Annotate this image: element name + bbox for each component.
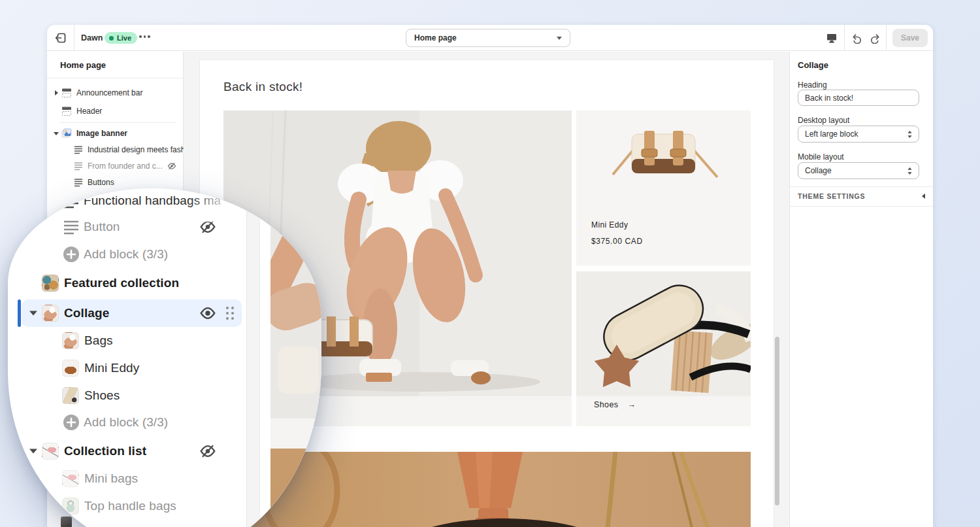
collapse-left-icon xyxy=(922,194,925,199)
save-button[interactable]: Save xyxy=(892,29,928,47)
sidebar-item-label: Buttons xyxy=(88,178,114,187)
text-block-icon xyxy=(74,178,83,187)
product-card-mini-eddy[interactable]: Mini Eddy $375.00 CAD xyxy=(576,110,751,265)
redo-button[interactable] xyxy=(869,32,881,44)
sidebar-block-industrial-design[interactable]: Industrial design meets fashi... xyxy=(47,141,183,158)
tree-section-collection-list[interactable]: Collection list xyxy=(8,437,246,465)
sidebar-item-label: Image banner xyxy=(76,129,127,138)
text-block-icon xyxy=(63,218,80,235)
preview-scrollbar[interactable] xyxy=(775,337,779,505)
sidebar-block-from-founder[interactable]: From founder and c... xyxy=(47,158,183,175)
theme-settings-toggle[interactable]: THEME SETTINGS xyxy=(798,186,925,206)
settings-panel: Collage Heading Desktop layout Left larg… xyxy=(789,52,933,527)
next-section-image[interactable] xyxy=(223,452,751,527)
lamp-photo xyxy=(223,452,751,527)
shoes-photo xyxy=(576,271,751,396)
live-badge-label: Live xyxy=(117,34,131,42)
tree-item-button[interactable]: Button xyxy=(8,213,246,241)
header-section-icon xyxy=(61,106,72,116)
device-preview-button[interactable] xyxy=(826,32,838,44)
product-title[interactable]: Mini Eddy xyxy=(591,220,628,230)
collection-link[interactable]: Shoes → xyxy=(594,400,636,409)
sidebar-item-label: Industrial design meets fashi... xyxy=(88,145,193,154)
topbar-divider xyxy=(74,25,74,51)
sidebar-item-label: From founder and c... xyxy=(88,162,163,171)
tree-block-top-handle-bags[interactable]: Top handle bags xyxy=(8,492,246,520)
desktop-layout-select[interactable]: Left large block xyxy=(798,126,919,143)
section-thumbnail xyxy=(42,305,59,322)
tree-section-label: Collage xyxy=(64,306,109,320)
collage-section-heading: Back in stock! xyxy=(223,80,302,94)
tree-section-label: Featured collection xyxy=(64,276,179,290)
magnified-page-edge xyxy=(259,188,270,527)
tree-block-bags[interactable]: Bags xyxy=(8,327,246,354)
heading-field-label: Heading xyxy=(798,80,827,90)
tree-block-mini-eddy[interactable]: Mini Eddy xyxy=(8,354,246,382)
mini-eddy-bag-photo xyxy=(576,110,751,215)
mobile-layout-value: Collage xyxy=(805,166,832,175)
collection-link-label: Shoes xyxy=(594,400,618,409)
collection-card-shoes[interactable]: Shoes → xyxy=(576,271,751,426)
caret-down-icon[interactable] xyxy=(29,310,38,316)
block-thumbnail xyxy=(62,360,79,377)
text-block-icon xyxy=(74,162,83,171)
section-thumbnail xyxy=(42,275,59,292)
tree-section-collage[interactable]: Collage xyxy=(8,299,246,327)
panel-title: Collage xyxy=(798,60,828,70)
tree-item-label: Functional handbags ma xyxy=(84,194,221,208)
monitor-icon xyxy=(826,32,838,44)
block-thumbnail xyxy=(62,387,79,404)
editor-window: Dawn Live Home page xyxy=(47,25,933,527)
desktop-layout-label: Desktop layout xyxy=(798,116,849,125)
eye-icon[interactable] xyxy=(199,305,216,322)
eye-slash-icon[interactable] xyxy=(199,218,216,235)
add-block-button[interactable]: Add block (3/3) xyxy=(8,241,246,268)
tree-block-mini-bags[interactable]: Mini bags xyxy=(8,465,246,492)
topbar-divider xyxy=(886,25,887,51)
page-selector-value: Home page xyxy=(414,33,457,42)
desktop-layout-value: Left large block xyxy=(805,129,858,139)
exit-icon xyxy=(54,31,67,44)
caret-right-icon[interactable] xyxy=(54,90,59,95)
redo-icon xyxy=(869,32,881,44)
tree-block-shoes[interactable]: Shoes xyxy=(8,382,246,409)
eye-slash-icon[interactable] xyxy=(199,443,216,460)
theme-name: Dawn xyxy=(81,33,103,42)
arrow-right-icon: → xyxy=(627,400,636,409)
sidebar-item-announcement-bar[interactable]: Announcement bar xyxy=(47,84,183,101)
text-block-icon xyxy=(74,145,83,154)
magnified-sidebar-gap xyxy=(246,188,259,527)
undo-button[interactable] xyxy=(851,32,863,44)
tree-item-label: Button xyxy=(84,220,120,234)
stepper-icon xyxy=(907,167,913,175)
exit-editor-button[interactable] xyxy=(54,31,67,44)
caret-down-icon[interactable] xyxy=(54,131,59,136)
mobile-layout-label: Mobile layout xyxy=(798,152,844,162)
heading-input[interactable] xyxy=(798,90,919,106)
tree-item-label: Bags xyxy=(84,333,113,348)
caret-down-icon[interactable] xyxy=(29,448,38,454)
divider xyxy=(60,122,176,123)
photo-fragment xyxy=(278,347,319,394)
announcement-bar-icon xyxy=(61,88,72,98)
stepper-icon xyxy=(907,130,913,139)
add-block-button[interactable]: Add block (3/3) xyxy=(8,409,246,436)
section-thumbnail xyxy=(61,517,72,527)
block-thumbnail xyxy=(62,470,79,487)
more-options-button[interactable] xyxy=(139,35,150,38)
divider xyxy=(47,78,183,78)
divider xyxy=(790,206,933,207)
tree-item-label: Mini Eddy xyxy=(84,361,139,375)
drag-handle-icon[interactable] xyxy=(225,306,235,320)
mobile-layout-select[interactable]: Collage xyxy=(798,162,919,179)
sidebar-item-label: Announcement bar xyxy=(76,88,142,97)
page-selector-dropdown[interactable]: Home page xyxy=(406,29,570,47)
topbar-divider xyxy=(844,25,845,51)
tree-section-featured-collection[interactable]: Featured collection xyxy=(8,269,246,297)
eye-slash-icon[interactable] xyxy=(167,162,176,171)
dot-icon xyxy=(144,35,146,38)
plus-circle-icon xyxy=(63,414,80,431)
sidebar-item-header[interactable]: Header xyxy=(47,103,183,120)
sidebar-item-image-banner[interactable]: Image banner xyxy=(47,125,183,142)
sidebar-title: Home page xyxy=(60,60,106,70)
